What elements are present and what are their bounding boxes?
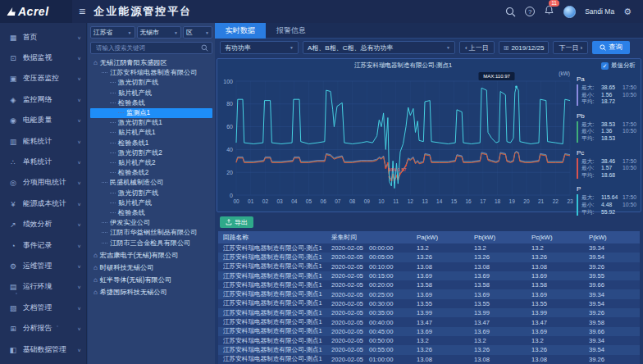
svg-text:16: 16 [466,198,472,204]
sidebar-item-basic-data[interactable]: ◧基础数据管理∨ [0,339,86,360]
svg-text:02: 02 [262,198,269,204]
tab-alarm-info[interactable]: 报警信息 [266,23,317,39]
tree-node-label: 激光切割产线2 [118,149,162,157]
search-icon[interactable] [505,7,516,17]
tree-node-label: 贴片机产线 [118,89,152,97]
help-icon[interactable]: ? [525,7,535,16]
svg-text:08: 08 [349,198,356,204]
tree-node[interactable]: 检验条线1 [90,139,212,148]
tree-node[interactable]: 民盛机械制造公司 [90,178,212,188]
cell-pa: 13.47 [412,317,469,326]
sidebar-item-home[interactable]: ▦首页∨ [0,27,86,48]
tree-node[interactable]: 检验条线 [90,98,212,108]
tree-node[interactable]: ⌂宏吉康电子(无锡)有限公司 [90,251,212,261]
cell-pa: 13.26 [412,253,469,262]
tree-node[interactable]: ⌂希捷国际科技无锡公司 [90,288,212,298]
cell-collect-time: 2020-02-0500:10:00 [326,262,412,271]
sidebar-item-label: 单耗统计 [23,157,77,167]
svg-text:21: 21 [538,198,545,204]
next-day-button[interactable]: 下一日› [553,41,588,54]
tree-node[interactable]: 江阴市三合金检具有限公司 [90,239,212,248]
sidebar-item-label: 分项用电统计 [23,178,77,188]
sidebar-item-transformer-monitor[interactable]: ▣变压器监控∨ [0,69,86,89]
sidebar-item-energy-cost[interactable]: ¥能源成本统计∨ [0,193,86,214]
checkbox-checked-icon: ✓ [601,62,609,70]
tree-node[interactable]: ⌂时硕科技无锡公司 [90,263,212,273]
stat-rows: 最大:38.4617:50最小:1.5710:50平均:18.68 [577,158,641,180]
tree-node[interactable]: 贴片机产线 [90,198,212,208]
menu-toggle-icon[interactable]: ≡ [79,0,85,23]
tree-node[interactable]: 激光切割产线 [90,78,212,88]
sidebar-item-subitem-power[interactable]: ◎分项用电统计∨ [0,173,86,193]
tree-node-selected[interactable]: 监测点1 [90,108,212,118]
sidebar: ▦首页∨⊡数据监视∨▣变压器监控∨◈监控网络∨◉电能质量∨▥能耗统计∨∴单耗统计… [0,23,87,364]
chevron-down-icon: ▼ [290,45,294,50]
sidebar-item-event-record[interactable]: ◔事件记录∨ [0,235,86,256]
cell-p: 39.26 [584,262,640,271]
sidebar-item-performance-analysis[interactable]: ↗绩效分析∨ [0,215,86,235]
sidebar-item-label: 能耗统计 [23,137,77,147]
chevron-down-icon: ∨ [77,118,81,123]
tree-node[interactable]: 贴片机产线 [90,89,212,98]
building-icon: ⌂ [93,264,98,271]
sidebar-item-ops-management[interactable]: ⚙运维管理∨ [0,256,86,276]
district-select[interactable]: 区▼ [183,26,212,39]
column-header-0: 回路名称 [218,231,326,243]
cell-circuit-name: 江苏安科瑞电器制造有限公司-测点1 [218,327,326,336]
tree-node[interactable]: 激光切割产线2 [90,148,212,158]
chevron-down-icon: ▼ [446,45,450,50]
cell-pc: 13.47 [527,317,584,326]
sidebar-item-unit-consumption[interactable]: ∴单耗统计∨ [0,152,86,172]
phase-select[interactable]: A相、B相、C相、总有功功率▼ [303,41,455,54]
table-row: 江苏安科瑞电器制造有限公司-测点12020-02-0500:25:0013.69… [218,289,640,298]
svg-text:11: 11 [393,198,399,204]
export-button[interactable]: 导出 [220,216,253,228]
sidebar-item-power-quality[interactable]: ◉电能质量∨ [0,111,86,131]
tree-node[interactable]: ⌂无锡江阴青阳东盛园区 [90,58,212,68]
cell-collect-time: 2020-02-0500:15:00 [326,271,412,280]
avatar[interactable] [563,6,576,18]
tree-node[interactable]: 伊发实业公司 [90,218,212,228]
tree-node[interactable]: 贴片机产线1 [90,128,212,138]
province-select[interactable]: 江苏省▼ [90,26,135,39]
tab-realtime-data[interactable]: 实时数据 [215,23,266,39]
city-select[interactable]: 无锡市▼ [137,26,182,39]
tree-node[interactable]: 贴片机产线2 [90,158,212,168]
tree-search-input[interactable] [94,43,201,52]
cell-pb: 13.47 [469,317,527,326]
search-icon[interactable] [201,44,208,52]
chevron-left-icon: ‹ [465,44,467,52]
tree-node-label: 检验条线 [118,209,145,216]
sidebar-item-document-management[interactable]: ▧文档管理∨ [0,298,86,318]
gear-icon[interactable]: ⚙ [623,7,632,16]
sidebar-item-runtime-environment[interactable]: ▤运行环境∨ [0,277,86,298]
cell-circuit-name: 江苏安科瑞电器制造有限公司-测点1 [218,317,326,326]
notifications[interactable]: 11 [544,4,554,19]
tree-node[interactable]: 激光切割产线1 [90,118,212,128]
metric-select[interactable]: 有功功率▼ [220,41,299,54]
sidebar-item-monitor-network[interactable]: ◈监控网络∨ [0,89,86,110]
stat-max: 最大:38.6517:50 [581,84,641,92]
cell-p: 39.34 [584,243,640,253]
tree-node[interactable]: 激光切割产线 [90,189,212,198]
extremes-checkbox[interactable]: ✓ 最值分析 [601,61,636,70]
sidebar-item-analysis-report[interactable]: ⊞分析报告∨ [0,318,86,339]
tree-node[interactable]: 江阴市华益钢丝制品有限公司 [90,228,212,238]
tree-node[interactable]: 检验条线 [90,208,212,218]
tree-node[interactable]: 检验条线2 [90,168,212,178]
date-picker[interactable]: ⊞2019/12/25 [499,41,550,54]
cell-collect-time: 2020-02-0500:30:00 [326,299,412,308]
column-header-3: Pb(kW) [469,231,527,243]
sidebar-item-energy-consumption[interactable]: ▥能耗统计∨ [0,131,86,152]
prev-day-button[interactable]: ‹上一日 [459,41,495,54]
cell-p: 39.54 [584,299,640,308]
tree-node[interactable]: 江苏安科瑞电器制造有限公司 [90,68,212,78]
tree-node[interactable]: ⌂虹半导体(无锡)有限公司 [90,275,212,285]
query-button[interactable]: 查询 [592,41,630,54]
cell-pc: 13.08 [527,355,584,364]
column-header-1: 采集时间 [326,231,412,243]
cell-pa: 13.69 [412,327,469,336]
tree-node-label: 江阴市华益钢丝制品有限公司 [110,229,197,236]
sidebar-item-data-monitor[interactable]: ⊡数据监视∨ [0,48,86,68]
cell-pc: 13.69 [527,327,584,336]
